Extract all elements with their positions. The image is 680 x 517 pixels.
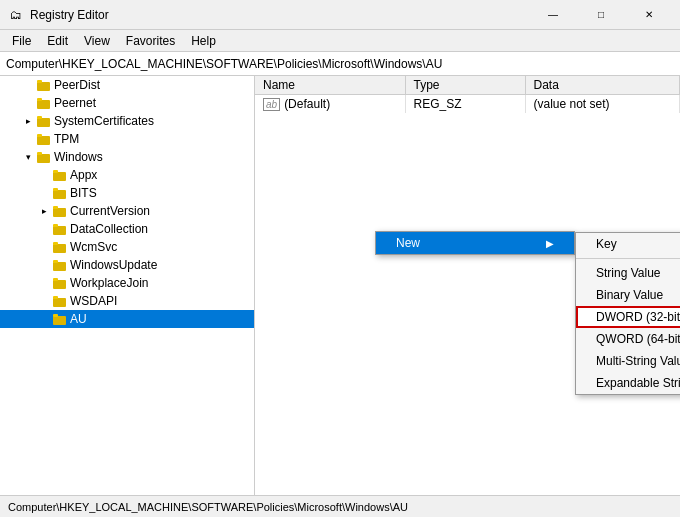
tree-pane: PeerDistPeernet▸SystemCertificatesTPM▾Wi… xyxy=(0,76,255,495)
menu-file[interactable]: File xyxy=(4,32,39,50)
submenu-string-value[interactable]: String Value xyxy=(576,262,680,284)
submenu-qword-value[interactable]: QWORD (64-bit) Value xyxy=(576,328,680,350)
window-controls: — □ ✕ xyxy=(530,0,672,30)
tree-item-label: WorkplaceJoin xyxy=(70,276,148,290)
right-pane[interactable]: Name Type Data ab(Default)REG_SZ(value n… xyxy=(255,76,680,495)
col-type: Type xyxy=(405,76,525,95)
status-text: Computer\HKEY_LOCAL_MACHINE\SOFTWARE\Pol… xyxy=(8,501,672,513)
expand-arrow-icon[interactable] xyxy=(36,293,52,309)
expand-arrow-icon[interactable] xyxy=(36,221,52,237)
svg-rect-11 xyxy=(53,170,58,173)
expand-arrow-icon[interactable] xyxy=(36,185,52,201)
menu-view[interactable]: View xyxy=(76,32,118,50)
tree-item[interactable]: PeerDist xyxy=(0,76,254,94)
tree-item[interactable]: WindowsUpdate xyxy=(0,256,254,274)
new-submenu[interactable]: Key String Value Binary Value DWORD (32-… xyxy=(575,232,680,395)
svg-rect-18 xyxy=(53,244,66,253)
tree-item[interactable]: WSDAPI xyxy=(0,292,254,310)
expand-arrow-icon[interactable] xyxy=(36,167,52,183)
tree-item[interactable]: DataCollection xyxy=(0,220,254,238)
svg-rect-27 xyxy=(53,314,58,317)
tree-item[interactable]: ▸CurrentVersion xyxy=(0,202,254,220)
tree-scroll[interactable]: PeerDistPeernet▸SystemCertificatesTPM▾Wi… xyxy=(0,76,254,495)
submenu-binary-value[interactable]: Binary Value xyxy=(576,284,680,306)
menu-help[interactable]: Help xyxy=(183,32,224,50)
svg-rect-8 xyxy=(37,154,50,163)
folder-icon xyxy=(52,257,68,273)
folder-icon xyxy=(36,113,52,129)
expand-arrow-icon[interactable] xyxy=(20,77,36,93)
window-title: Registry Editor xyxy=(30,8,530,22)
tree-item[interactable]: TPM xyxy=(0,130,254,148)
svg-rect-14 xyxy=(53,208,66,217)
svg-rect-16 xyxy=(53,226,66,235)
svg-rect-22 xyxy=(53,280,66,289)
folder-icon xyxy=(36,131,52,147)
minimize-button[interactable]: — xyxy=(530,0,576,30)
svg-rect-2 xyxy=(37,100,50,109)
tree-item-label: AU xyxy=(70,312,87,326)
expand-arrow-icon[interactable] xyxy=(36,311,52,327)
tree-item-label: TPM xyxy=(54,132,79,146)
col-name: Name xyxy=(255,76,405,95)
svg-rect-17 xyxy=(53,224,58,227)
address-text: Computer\HKEY_LOCAL_MACHINE\SOFTWARE\Pol… xyxy=(6,57,442,71)
svg-rect-7 xyxy=(37,134,42,137)
submenu-dword-value[interactable]: DWORD (32-bit) Value xyxy=(576,306,680,328)
svg-rect-20 xyxy=(53,262,66,271)
menu-edit[interactable]: Edit xyxy=(39,32,76,50)
tree-item-label: Appx xyxy=(70,168,97,182)
submenu-key[interactable]: Key xyxy=(576,233,680,255)
main-area: PeerDistPeernet▸SystemCertificatesTPM▾Wi… xyxy=(0,76,680,495)
context-menu[interactable]: New ▶ Key String Value Binary Value xyxy=(375,231,575,255)
tree-item-label: PeerDist xyxy=(54,78,100,92)
expand-arrow-icon[interactable]: ▸ xyxy=(36,203,52,219)
svg-rect-10 xyxy=(53,172,66,181)
tree-item-label: Windows xyxy=(54,150,103,164)
tree-item[interactable]: BITS xyxy=(0,184,254,202)
expand-arrow-icon[interactable] xyxy=(36,239,52,255)
submenu-expandable-value[interactable]: Expandable String Value xyxy=(576,372,680,394)
folder-icon xyxy=(52,275,68,291)
cell-data: (value not set) xyxy=(525,95,680,114)
svg-rect-0 xyxy=(37,82,50,91)
maximize-button[interactable]: □ xyxy=(578,0,624,30)
expand-arrow-icon[interactable] xyxy=(20,131,36,147)
folder-icon xyxy=(36,149,52,165)
submenu-arrow-icon: ▶ xyxy=(546,238,554,249)
tree-item[interactable]: WorkplaceJoin xyxy=(0,274,254,292)
svg-rect-26 xyxy=(53,316,66,325)
svg-rect-19 xyxy=(53,242,58,245)
context-menu-new[interactable]: New ▶ xyxy=(376,232,574,254)
tree-item[interactable]: AU xyxy=(0,310,254,328)
expand-arrow-icon[interactable]: ▾ xyxy=(20,149,36,165)
menu-favorites[interactable]: Favorites xyxy=(118,32,183,50)
folder-icon xyxy=(52,239,68,255)
svg-rect-6 xyxy=(37,136,50,145)
close-button[interactable]: ✕ xyxy=(626,0,672,30)
table-row[interactable]: ab(Default)REG_SZ(value not set) xyxy=(255,95,680,114)
title-bar: 🗂 Registry Editor — □ ✕ xyxy=(0,0,680,30)
tree-item[interactable]: ▸SystemCertificates xyxy=(0,112,254,130)
expand-arrow-icon[interactable] xyxy=(20,95,36,111)
cell-name: ab(Default) xyxy=(255,95,405,114)
tree-item[interactable]: Appx xyxy=(0,166,254,184)
cell-type: REG_SZ xyxy=(405,95,525,114)
tree-item[interactable]: ▾Windows xyxy=(0,148,254,166)
folder-icon xyxy=(52,167,68,183)
svg-rect-21 xyxy=(53,260,58,263)
expand-arrow-icon[interactable] xyxy=(36,257,52,273)
tree-item[interactable]: WcmSvc xyxy=(0,238,254,256)
tree-item[interactable]: Peernet xyxy=(0,94,254,112)
svg-rect-1 xyxy=(37,80,42,83)
menu-separator xyxy=(576,258,680,259)
svg-rect-15 xyxy=(53,206,58,209)
folder-icon xyxy=(52,203,68,219)
submenu-multistring-value[interactable]: Multi-String Value xyxy=(576,350,680,372)
svg-rect-4 xyxy=(37,118,50,127)
expand-arrow-icon[interactable]: ▸ xyxy=(20,113,36,129)
svg-rect-5 xyxy=(37,116,42,119)
svg-rect-3 xyxy=(37,98,42,101)
expand-arrow-icon[interactable] xyxy=(36,275,52,291)
status-bar: Computer\HKEY_LOCAL_MACHINE\SOFTWARE\Pol… xyxy=(0,495,680,517)
